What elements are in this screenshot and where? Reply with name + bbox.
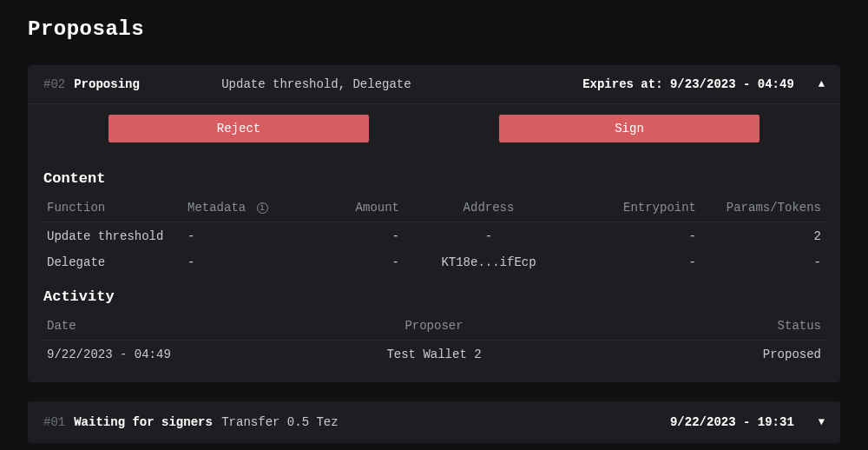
- cell-params: 2: [700, 222, 825, 249]
- activity-header-proposer: Proposer: [301, 314, 567, 341]
- content-header-entrypoint: Entrypoint: [575, 195, 700, 222]
- proposal-id: #02: [43, 77, 65, 91]
- cell-address: -: [403, 222, 575, 249]
- content-header-metadata: Metadata i: [184, 195, 293, 222]
- proposal-header[interactable]: #02 Proposing Update threshold, Delegate…: [28, 65, 840, 103]
- content-header-params: Params/Tokens: [700, 195, 825, 222]
- activity-header-row: Date Proposer Status: [43, 314, 825, 341]
- proposal-body: Content Function Metadata i Amount Addre…: [28, 153, 840, 382]
- activity-row: 9/22/2023 - 04:49 Test Wallet 2 Proposed: [43, 341, 825, 367]
- cell-function: Update threshold: [43, 222, 184, 249]
- activity-header-date: Date: [43, 314, 301, 341]
- info-icon[interactable]: i: [257, 202, 268, 214]
- expires-label: Expires at:: [582, 77, 662, 91]
- cell-address: KT18e...ifEcp: [403, 248, 575, 275]
- expires-value: 9/23/2023 - 04:49: [670, 77, 794, 91]
- cell-amount: -: [293, 248, 403, 275]
- content-header-function: Function: [43, 195, 184, 222]
- activity-status: Proposed: [567, 341, 825, 367]
- proposal-summary: Update threshold, Delegate: [221, 77, 574, 91]
- proposal-id: #01: [43, 415, 65, 429]
- proposal-card-expanded: #02 Proposing Update threshold, Delegate…: [28, 65, 840, 382]
- cell-params: -: [700, 248, 825, 275]
- activity-date: 9/22/2023 - 04:49: [43, 341, 301, 367]
- content-header-row: Function Metadata i Amount Address Entry…: [43, 195, 825, 222]
- proposal-date: 9/22/2023 - 19:31: [670, 415, 794, 429]
- content-header-address: Address: [403, 195, 575, 222]
- cell-entrypoint: -: [575, 222, 700, 249]
- proposal-status: Proposing: [74, 77, 213, 91]
- activity-title: Activity: [43, 288, 825, 305]
- cell-entrypoint: -: [575, 248, 700, 275]
- proposal-summary: Transfer 0.5 Tez: [221, 415, 661, 429]
- activity-header-status: Status: [567, 314, 825, 341]
- activity-table: Date Proposer Status 9/22/2023 - 04:49 T…: [43, 314, 825, 367]
- page-title: Proposals: [28, 17, 840, 41]
- content-row: Delegate - - KT18e...ifEcp - -: [43, 248, 825, 275]
- chevron-up-icon[interactable]: ▲: [819, 78, 825, 90]
- cell-metadata: -: [184, 248, 293, 275]
- chevron-down-icon[interactable]: ▼: [819, 416, 825, 428]
- content-header-amount: Amount: [293, 195, 403, 222]
- proposal-card-collapsed: #01 Waiting for signers Transfer 0.5 Tez…: [28, 401, 840, 443]
- actions-row: Reject Sign: [28, 104, 840, 153]
- cell-function: Delegate: [43, 248, 184, 275]
- content-title: Content: [43, 170, 825, 187]
- proposal-status: Waiting for signers: [74, 415, 213, 429]
- cell-amount: -: [293, 222, 403, 249]
- content-table: Function Metadata i Amount Address Entry…: [43, 195, 825, 275]
- reject-button[interactable]: Reject: [108, 115, 369, 142]
- proposal-expires: Expires at: 9/23/2023 - 04:49: [582, 77, 794, 91]
- proposal-header[interactable]: #01 Waiting for signers Transfer 0.5 Tez…: [28, 401, 840, 443]
- content-row: Update threshold - - - - 2: [43, 222, 825, 249]
- cell-metadata: -: [184, 222, 293, 249]
- metadata-label: Metadata: [187, 201, 246, 215]
- activity-proposer: Test Wallet 2: [301, 341, 567, 367]
- sign-button[interactable]: Sign: [499, 115, 760, 142]
